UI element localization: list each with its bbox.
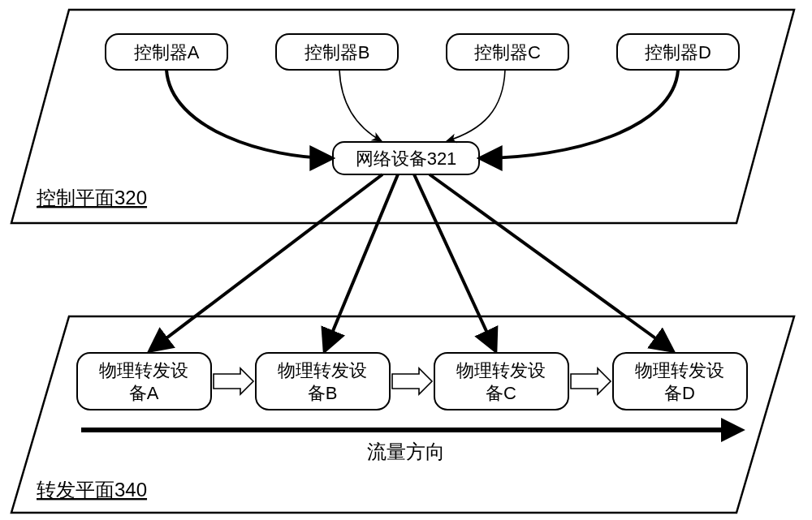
device-a: 物理转发设 备A xyxy=(77,353,211,410)
controller-b-label: 控制器B xyxy=(304,42,370,62)
controller-d-label: 控制器D xyxy=(645,42,711,62)
device-a-suffix: 备A xyxy=(129,383,159,403)
controller-a: 控制器A xyxy=(106,34,227,70)
device-b-prefix: 物理转发设 xyxy=(278,360,367,380)
controller-c-label: 控制器C xyxy=(474,42,541,62)
forwarding-plane-label: 转发平面340 xyxy=(37,479,147,501)
controller-a-label: 控制器A xyxy=(134,42,200,62)
flow-direction-label: 流量方向 xyxy=(367,440,445,462)
device-b: 物理转发设 备B xyxy=(256,353,390,410)
device-c-suffix: 备C xyxy=(486,383,516,403)
control-plane-label: 控制平面320 xyxy=(37,187,147,208)
controller-c: 控制器C xyxy=(447,34,568,70)
device-c-prefix: 物理转发设 xyxy=(456,360,546,380)
device-d-suffix: 备D xyxy=(664,383,695,403)
device-c: 物理转发设 备C xyxy=(434,353,568,410)
device-d-prefix: 物理转发设 xyxy=(635,360,724,380)
architecture-diagram: 控制器A 控制器B 控制器C 控制器D 网络设备321 控制平面320 转发平面… xyxy=(0,0,812,520)
controller-d: 控制器D xyxy=(617,34,739,70)
network-device-label: 网络设备321 xyxy=(356,148,457,169)
device-a-prefix: 物理转发设 xyxy=(99,360,188,380)
device-d: 物理转发设 备D xyxy=(613,353,747,410)
device-b-suffix: 备B xyxy=(308,383,338,403)
controller-b: 控制器B xyxy=(276,34,398,70)
network-device: 网络设备321 xyxy=(333,142,479,174)
